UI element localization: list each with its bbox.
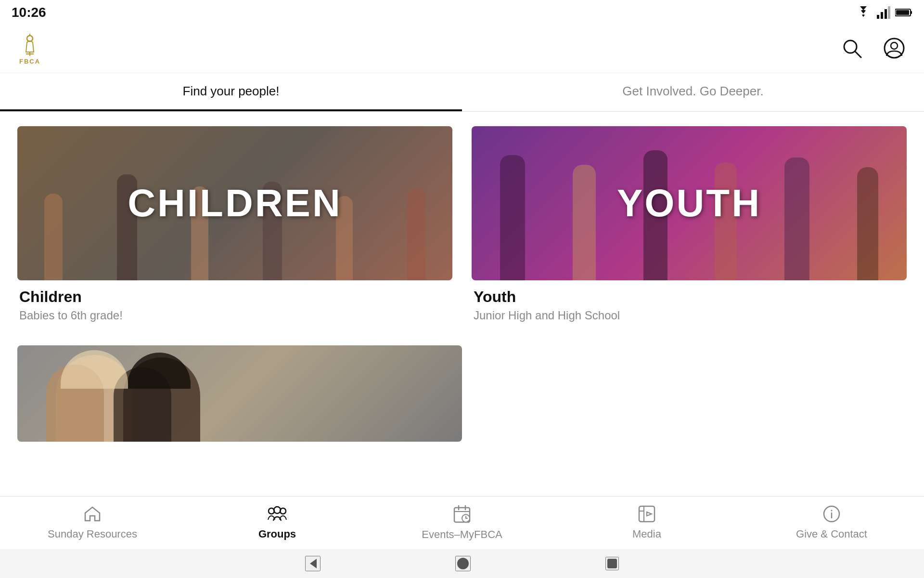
logo-area: FBCA — [17, 33, 42, 65]
nav-give-contact[interactable]: Give & Contact — [739, 497, 924, 549]
recents-icon — [606, 558, 618, 569]
nav-media-label: Media — [632, 528, 661, 540]
wifi-icon — [855, 6, 872, 19]
nav-events[interactable]: Events–MyFBCA — [370, 497, 554, 549]
recents-button[interactable] — [605, 557, 619, 570]
svg-rect-2 — [885, 9, 887, 19]
nav-sunday-resources-label: Sunday Resources — [48, 528, 137, 540]
nav-groups[interactable]: Groups — [185, 497, 370, 549]
svg-point-14 — [891, 42, 898, 49]
info-icon — [823, 505, 840, 525]
svg-rect-6 — [896, 10, 909, 15]
youth-image-label: YOUTH — [617, 181, 761, 225]
svg-point-13 — [885, 39, 904, 58]
back-icon — [306, 557, 320, 570]
search-button[interactable] — [839, 36, 864, 62]
youth-card-image: YOUTH — [472, 126, 907, 280]
nav-groups-label: Groups — [258, 528, 296, 540]
nav-give-contact-label: Give & Contact — [796, 528, 867, 540]
children-image-label: CHILDREN — [128, 181, 342, 225]
account-button[interactable] — [882, 36, 907, 62]
svg-rect-0 — [877, 15, 879, 19]
home-button[interactable] — [455, 556, 471, 571]
children-card-info: Children Babies to 6th grade! — [17, 280, 452, 326]
tabs-bar: Find your people! Get Involved. Go Deepe… — [0, 73, 924, 112]
youth-card-info: Youth Junior High and High School — [472, 280, 907, 326]
cards-grid: CHILDREN Children Babies to 6th grade! Y… — [17, 126, 907, 326]
content-area: CHILDREN Children Babies to 6th grade! Y… — [0, 112, 924, 496]
children-card[interactable]: CHILDREN Children Babies to 6th grade! — [17, 126, 452, 326]
groups-icon — [268, 505, 287, 525]
media-icon — [638, 505, 655, 525]
children-card-image: CHILDREN — [17, 126, 452, 280]
home-circle-icon — [456, 557, 470, 570]
header-actions — [839, 36, 907, 62]
youth-card[interactable]: YOUTH Youth Junior High and High School — [472, 126, 907, 326]
children-card-subtitle: Babies to 6th grade! — [19, 309, 450, 322]
back-button[interactable] — [305, 556, 321, 571]
status-icons — [855, 6, 912, 19]
status-time: 10:26 — [12, 5, 46, 20]
search-icon — [841, 38, 862, 59]
svg-line-12 — [855, 52, 861, 57]
svg-rect-33 — [607, 559, 617, 568]
svg-rect-3 — [888, 6, 890, 19]
partial-card[interactable] — [17, 345, 462, 442]
fbca-logo — [17, 33, 42, 58]
signal-icon — [877, 6, 890, 19]
tab-find-people[interactable]: Find your people! — [0, 73, 462, 111]
tab-get-involved[interactable]: Get Involved. Go Deeper. — [462, 73, 924, 111]
youth-card-title: Youth — [474, 288, 905, 306]
events-icon — [453, 505, 471, 525]
nav-media[interactable]: Media — [554, 497, 739, 549]
children-card-title: Children — [19, 288, 450, 306]
svg-point-32 — [457, 558, 469, 569]
svg-rect-1 — [881, 12, 883, 19]
svg-marker-31 — [310, 559, 317, 568]
logo-text: FBCA — [19, 58, 40, 65]
account-icon — [884, 38, 905, 59]
svg-point-16 — [274, 507, 281, 513]
status-bar: 10:26 — [0, 0, 924, 25]
battery-icon — [895, 8, 912, 17]
svg-point-30 — [831, 510, 833, 512]
partial-card-image — [17, 345, 462, 442]
app-header: FBCA — [0, 25, 924, 73]
nav-events-label: Events–MyFBCA — [422, 528, 502, 541]
youth-card-subtitle: Junior High and High School — [474, 309, 905, 322]
nav-sunday-resources[interactable]: Sunday Resources — [0, 497, 185, 549]
svg-rect-5 — [911, 11, 912, 14]
system-nav — [0, 549, 924, 578]
home-icon — [84, 505, 101, 525]
bottom-nav: Sunday Resources Groups — [0, 496, 924, 549]
